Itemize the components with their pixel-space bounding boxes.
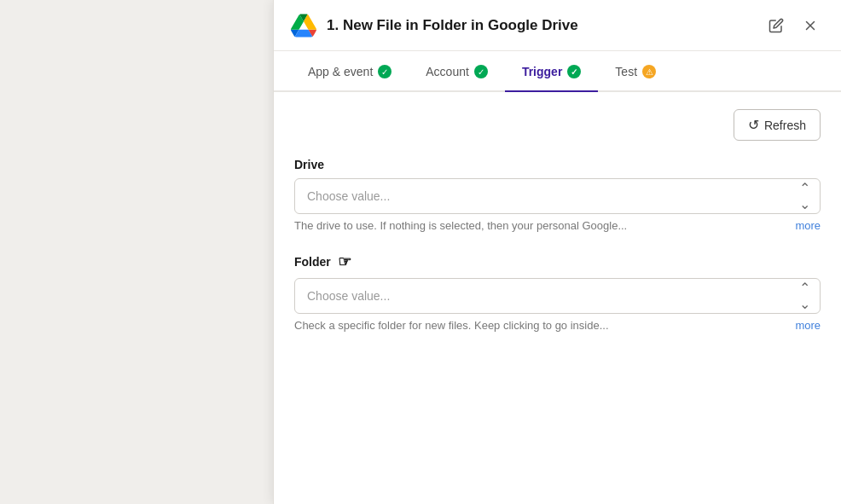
- tab-trigger-check: ✓: [567, 65, 581, 78]
- refresh-label: Refresh: [764, 119, 806, 132]
- modal-title: 1. New File in Folder in Google Drive: [327, 17, 763, 34]
- cursor-icon: ☞: [338, 252, 351, 271]
- folder-desc-row: Check a specific folder for new files. K…: [294, 319, 821, 332]
- folder-select[interactable]: Choose value...: [294, 278, 821, 314]
- refresh-icon: ↺: [748, 117, 759, 133]
- drive-description: The drive to use. If nothing is selected…: [294, 219, 795, 232]
- modal-panel: 1. New File in Folder in Google Drive Ap…: [273, 0, 841, 504]
- folder-field-section: Folder ☞ Choose value... ⌃ ⌄ Check a spe…: [294, 252, 821, 332]
- drive-more-link[interactable]: more: [795, 219, 821, 232]
- modal-header: 1. New File in Folder in Google Drive: [274, 0, 841, 51]
- close-button[interactable]: [797, 12, 824, 39]
- tab-test-warn: ⚠: [642, 65, 656, 78]
- tab-test[interactable]: Test ⚠: [598, 51, 673, 92]
- drive-field-section: Drive Choose value... ⌃ ⌄ The drive to u…: [294, 158, 821, 232]
- tab-app-event-check: ✓: [378, 65, 392, 78]
- drive-select-wrapper: Choose value... ⌃ ⌄: [294, 178, 821, 214]
- drive-desc-row: The drive to use. If nothing is selected…: [294, 219, 821, 232]
- tab-account-check: ✓: [474, 65, 488, 78]
- google-drive-icon: [291, 13, 316, 38]
- tab-trigger[interactable]: Trigger ✓: [505, 51, 598, 92]
- folder-label: Folder ☞: [294, 252, 821, 271]
- folder-description: Check a specific folder for new files. K…: [294, 319, 795, 332]
- edit-button[interactable]: [763, 12, 790, 39]
- folder-select-wrapper: Choose value... ⌃ ⌄: [294, 278, 821, 314]
- tab-trigger-label: Trigger: [522, 65, 562, 78]
- drive-label: Drive: [294, 158, 821, 171]
- refresh-row: ↺ Refresh: [294, 109, 821, 141]
- tab-account-label: Account: [426, 65, 469, 78]
- tab-account[interactable]: Account ✓: [409, 51, 505, 92]
- folder-more-link[interactable]: more: [795, 319, 821, 332]
- left-panel: [0, 0, 273, 504]
- header-actions: [763, 12, 824, 39]
- tab-app-event-label: App & event: [308, 65, 373, 78]
- tab-app-event[interactable]: App & event ✓: [291, 51, 409, 92]
- modal-content: ↺ Refresh Drive Choose value... ⌃ ⌄ The …: [274, 92, 841, 504]
- refresh-button[interactable]: ↺ Refresh: [734, 109, 821, 141]
- tabs-bar: App & event ✓ Account ✓ Trigger ✓ Test ⚠: [274, 51, 841, 92]
- drive-select[interactable]: Choose value...: [294, 178, 821, 214]
- tab-test-label: Test: [615, 65, 637, 78]
